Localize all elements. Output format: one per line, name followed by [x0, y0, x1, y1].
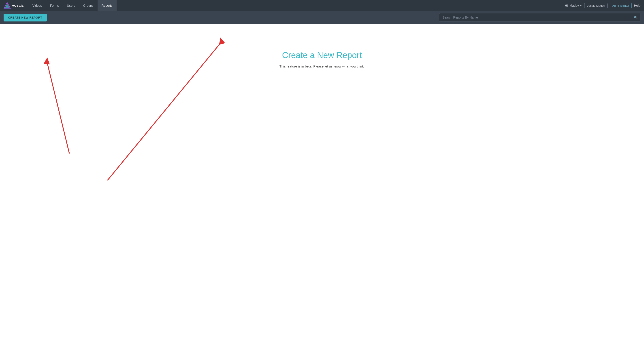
svg-line-5: [47, 62, 69, 154]
nav-link-groups[interactable]: Groups: [79, 0, 98, 11]
page-heading: Create a New Report: [282, 50, 362, 62]
workspace-badge[interactable]: Vosaic-Maddy: [584, 3, 608, 8]
annotation-arrows: [0, 24, 644, 346]
help-link[interactable]: Help: [634, 4, 640, 7]
nav-links: Videos Forms Users Groups Reports: [28, 0, 565, 11]
search-reports-input[interactable]: [439, 13, 640, 22]
greeting-caret: ▼: [580, 4, 582, 7]
create-new-report-button[interactable]: CREATE NEW REPORT: [4, 14, 47, 21]
search-wrapper: 🔍: [439, 13, 640, 22]
nav-link-videos[interactable]: Videos: [28, 0, 46, 11]
page-subtext: This feature is in beta. Please let us k…: [279, 64, 364, 68]
nav-link-users[interactable]: Users: [63, 0, 79, 11]
nav-right: Hi, Maddy ▼ Vosaic-Maddy Administrator H…: [565, 3, 640, 8]
main-content: Create a New Report This feature is in b…: [0, 24, 644, 346]
admin-badge[interactable]: Administrator: [610, 3, 632, 8]
nav-link-forms[interactable]: Forms: [46, 0, 63, 11]
top-nav: vosaic Videos Forms Users Groups Reports…: [0, 0, 644, 11]
sub-nav: CREATE NEW REPORT 🔍: [0, 11, 644, 24]
user-greeting[interactable]: Hi, Maddy ▼: [565, 4, 582, 7]
logo-text: vosaic: [12, 3, 24, 7]
svg-marker-6: [44, 57, 50, 64]
svg-line-3: [108, 42, 222, 180]
svg-marker-4: [217, 37, 225, 45]
vosaic-logo-icon: [4, 2, 11, 9]
nav-link-reports[interactable]: Reports: [98, 0, 116, 11]
logo-area[interactable]: vosaic: [4, 2, 24, 9]
